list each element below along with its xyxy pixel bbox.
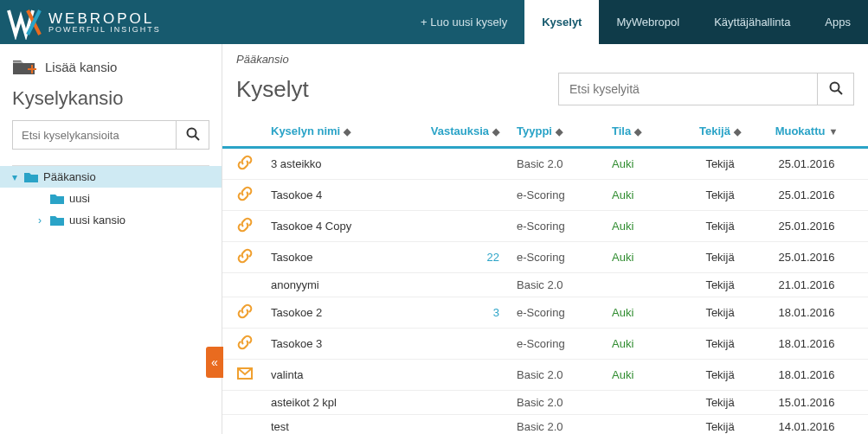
sort-icon: ◆	[734, 126, 741, 137]
add-folder-label: Lisää kansio	[45, 60, 117, 74]
collapse-sidebar-button[interactable]: «	[206, 347, 223, 378]
tree-item[interactable]: uusi	[12, 188, 209, 209]
table-row[interactable]: Tasokoe 4e-ScoringAukiTekijä25.01.2016	[222, 180, 868, 211]
table-row[interactable]: asteikot 2 kplBasic 2.0Tekijä15.01.2016	[222, 391, 868, 415]
cell-modified: 25.01.2016	[759, 188, 854, 201]
table-row[interactable]: Tasokoe 3e-ScoringAukiTekijä18.01.2016	[222, 329, 868, 360]
col-responses[interactable]: Vastauksia◆	[430, 124, 517, 137]
sidebar: Lisää kansio Kyselykansio ▾ Pääkansio uu…	[0, 44, 222, 434]
folder-icon	[50, 214, 64, 227]
link-icon	[236, 185, 254, 202]
cell-type: Basic 2.0	[517, 278, 612, 291]
nav-item[interactable]: Käyttäjähallinta	[697, 0, 807, 44]
cell-type: Basic 2.0	[517, 396, 612, 409]
table-row[interactable]: Tasokoe 23e-ScoringAukiTekijä18.01.2016	[222, 297, 868, 329]
cell-type: e-Scoring	[517, 251, 612, 264]
table-row[interactable]: testBasic 2.0Tekijä14.01.2016	[222, 415, 868, 434]
app-header: WEBROPOL POWERFUL INSIGHTS + Luo uusi ky…	[0, 0, 868, 44]
cell-state: Auki	[612, 188, 681, 201]
sort-icon: ◆	[492, 126, 499, 137]
svg-point-4	[830, 82, 839, 91]
survey-search-button[interactable]	[818, 73, 854, 105]
survey-search-input[interactable]	[558, 73, 818, 105]
cell-modified: 14.01.2016	[759, 420, 854, 433]
folder-search-button[interactable]	[177, 120, 209, 150]
col-name[interactable]: Kyselyn nimi◆	[271, 124, 430, 137]
col-state[interactable]: Tila◆	[612, 124, 681, 137]
cell-type: Basic 2.0	[517, 368, 612, 381]
cell-name: valinta	[271, 368, 430, 381]
cell-modified: 18.01.2016	[759, 306, 854, 319]
cell-modified: 25.01.2016	[759, 251, 854, 264]
sort-icon: ◆	[634, 126, 641, 137]
sort-down-icon: ▼	[828, 126, 838, 137]
cell-author: Tekijä	[681, 368, 759, 381]
cell-state: Auki	[612, 337, 681, 350]
table-row[interactable]: 3 asteikkoBasic 2.0AukiTekijä25.01.2016	[222, 149, 868, 180]
nav-item[interactable]: Apps	[807, 0, 868, 44]
table-row[interactable]: valintaBasic 2.0AukiTekijä18.01.2016	[222, 360, 868, 391]
svg-line-5	[838, 90, 842, 94]
link-icon	[236, 334, 254, 351]
cell-name: Tasokoe	[271, 251, 430, 264]
svg-point-2	[187, 128, 196, 137]
folder-tree: ▾ Pääkansio uusi›uusi kansio	[12, 165, 209, 231]
folder-search-input[interactable]	[12, 120, 177, 150]
tree-item-label: uusi kansio	[69, 214, 125, 227]
cell-type: Basic 2.0	[517, 420, 612, 433]
cell-type: e-Scoring	[517, 220, 612, 233]
cell-author: Tekijä	[681, 278, 759, 291]
cell-name: Tasokoe 4 Copy	[271, 220, 430, 233]
tree-item[interactable]: ›uusi kansio	[12, 209, 209, 231]
search-icon	[186, 127, 200, 141]
link-icon	[236, 303, 254, 320]
tree-item-label: uusi	[69, 192, 90, 205]
cell-name: test	[271, 420, 430, 433]
cell-modified: 21.01.2016	[759, 278, 854, 291]
cell-name: Tasokoe 3	[271, 337, 430, 350]
table-row[interactable]: Tasokoe22e-ScoringAukiTekijä25.01.2016	[222, 242, 868, 273]
logo-icon	[7, 5, 42, 40]
cell-state: Auki	[612, 306, 681, 319]
link-icon	[236, 154, 254, 171]
sort-icon: ◆	[556, 126, 563, 137]
logo: WEBROPOL POWERFUL INSIGHTS	[0, 0, 171, 44]
cell-author: Tekijä	[681, 420, 759, 433]
cell-state: Auki	[612, 220, 681, 233]
col-type[interactable]: Tyyppi◆	[517, 124, 612, 137]
svg-rect-1	[31, 65, 33, 73]
tree-root[interactable]: ▾ Pääkansio	[0, 166, 222, 188]
nav-item[interactable]: MyWebropol	[599, 0, 697, 44]
cell-name: Tasokoe 4	[271, 188, 430, 201]
tree-root-label: Pääkansio	[43, 170, 96, 183]
cell-type: Basic 2.0	[517, 157, 612, 170]
content-area: Pääkansio Kyselyt Kyselyn nimi◆ Vastauks…	[222, 44, 868, 434]
sidebar-title: Kyselykansio	[12, 87, 209, 110]
chevron-left-icon: «	[211, 355, 218, 369]
cell-state: Auki	[612, 157, 681, 170]
nav-item[interactable]: Kyselyt	[524, 0, 599, 44]
cell-responses: 22	[430, 251, 517, 264]
logo-text-sub: POWERFUL INSIGHTS	[48, 26, 161, 34]
chevron-right-icon: ›	[38, 214, 48, 227]
cell-author: Tekijä	[681, 220, 759, 233]
cell-type: e-Scoring	[517, 306, 612, 319]
table-row[interactable]: anonyymiBasic 2.0Tekijä21.01.2016	[222, 273, 868, 297]
logo-text-main: WEBROPOL	[48, 11, 161, 26]
chevron-down-icon: ▾	[12, 171, 23, 183]
cell-modified: 25.01.2016	[759, 157, 854, 170]
table-header: Kyselyn nimi◆ Vastauksia◆ Tyyppi◆ Tila◆ …	[222, 118, 868, 149]
cell-modified: 18.01.2016	[759, 368, 854, 381]
link-icon	[236, 216, 254, 233]
cell-author: Tekijä	[681, 396, 759, 409]
table-row[interactable]: Tasokoe 4 Copye-ScoringAukiTekijä25.01.2…	[222, 211, 868, 242]
folder-add-icon	[12, 56, 36, 77]
nav-item[interactable]: + Luo uusi kysely	[403, 0, 524, 44]
col-modified[interactable]: Muokattu▼	[759, 124, 854, 137]
col-author[interactable]: Tekijä◆	[681, 124, 759, 137]
search-icon	[829, 81, 843, 95]
cell-author: Tekijä	[681, 188, 759, 201]
add-folder-button[interactable]: Lisää kansio	[12, 56, 209, 77]
svg-line-3	[195, 136, 199, 140]
folder-icon	[50, 193, 64, 205]
